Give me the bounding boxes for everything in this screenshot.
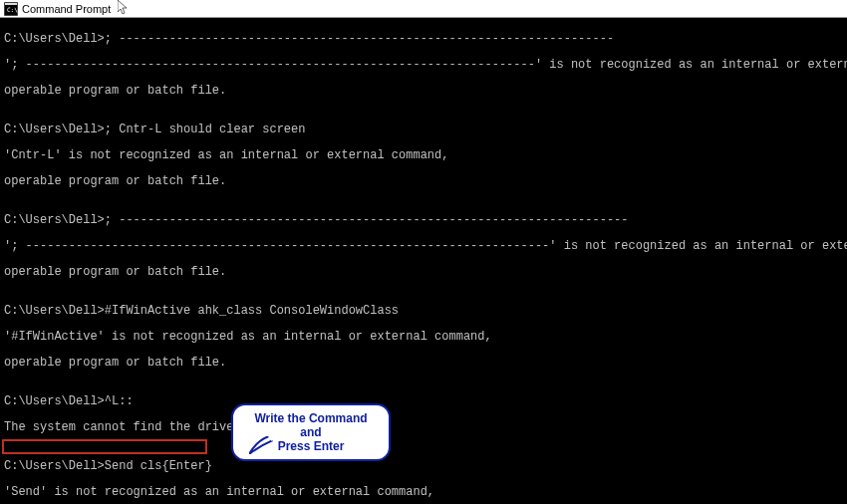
term-line: 'Send' is not recognized as an internal … [4, 486, 843, 499]
term-line: C:\Users\Dell>; Cntr-L should clear scre… [4, 124, 843, 136]
svg-rect-1 [5, 3, 17, 5]
term-line: operable program or batch file. [4, 266, 843, 279]
mouse-cursor-icon [118, 0, 130, 16]
term-line: operable program or batch file. [4, 175, 843, 188]
svg-text:C:\: C:\ [7, 6, 18, 13]
term-line: '; -------------------------------------… [4, 59, 843, 72]
term-line: C:\Users\Dell>; ------------------------… [4, 33, 843, 46]
window-title: Command Prompt [22, 3, 111, 15]
term-line: '#IfWinActive' is not recognized as an i… [4, 331, 843, 344]
term-line: '; -------------------------------------… [4, 240, 843, 253]
term-line: operable program or batch file. [4, 357, 843, 370]
cmd-icon: C:\ [4, 2, 18, 16]
term-line: 'Cntr-L' is not recognized as an interna… [4, 149, 843, 162]
term-line: C:\Users\Dell>Send cls{Enter} [4, 460, 843, 473]
term-line: C:\Users\Dell>#IfWinActive ahk_class Con… [4, 305, 843, 318]
term-line: C:\Users\Dell>; ------------------------… [4, 214, 843, 227]
term-line: The system cannot find the drive specifi… [4, 421, 843, 434]
term-line: operable program or batch file. [4, 85, 843, 98]
term-line: C:\Users\Dell>^L:: [4, 395, 843, 408]
callout-tail-icon [249, 436, 273, 454]
callout-text-1: Write the Command and [243, 411, 379, 439]
terminal-output[interactable]: C:\Users\Dell>; ------------------------… [0, 18, 847, 504]
